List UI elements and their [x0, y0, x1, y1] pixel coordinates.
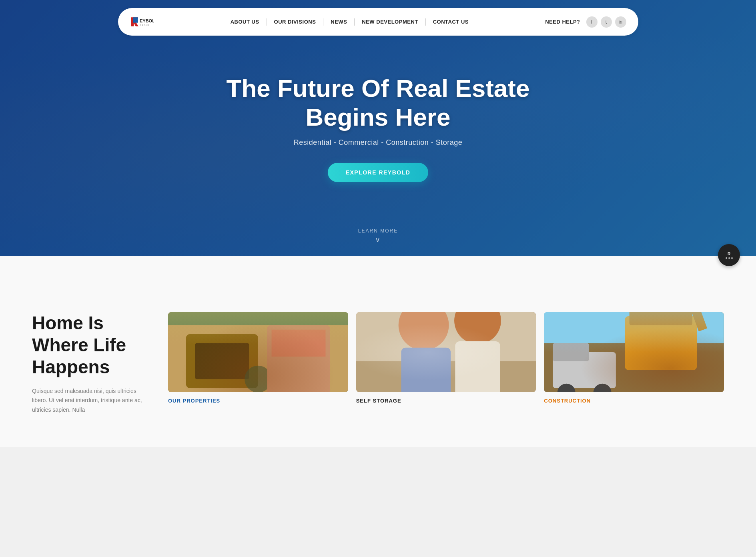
svg-rect-10 — [267, 325, 330, 392]
content-section: Home Is Where Life Happens Quisque sed m… — [0, 288, 756, 447]
dot-1 — [726, 257, 727, 259]
nav-item-news[interactable]: NEWS — [323, 19, 354, 25]
svg-text:GROUP: GROUP — [140, 24, 150, 26]
card-image-properties — [168, 312, 348, 392]
card-construction: CONSTRUCTION — [544, 312, 724, 404]
heading-line3: Happens — [32, 357, 110, 377]
hero-wrapper: EYBOLD GROUP ABOUT US OUR DIVISIONS NEWS — [0, 0, 756, 256]
construction-image-bg — [544, 312, 724, 392]
nav-item-divisions[interactable]: OUR DIVISIONS — [267, 19, 323, 25]
svg-rect-24 — [553, 352, 616, 388]
nav-link-divisions[interactable]: OUR DIVISIONS — [267, 19, 323, 25]
svg-rect-5 — [168, 312, 348, 392]
need-help-label: NEED HELP? — [545, 19, 580, 25]
nav-right: NEED HELP? f t in — [545, 16, 626, 28]
hero-title: The Future Of Real Estate Begins Here — [227, 74, 530, 131]
instagram-icon[interactable]: in — [615, 16, 626, 28]
hero-subtitle: Residential - Commercial - Construction … — [227, 138, 530, 147]
floating-logo-icon: R — [728, 252, 730, 256]
social-icons: f t in — [586, 16, 626, 28]
content-left: Home Is Where Life Happens Quisque sed m… — [32, 312, 144, 415]
svg-text:EYBOLD: EYBOLD — [140, 18, 154, 23]
svg-rect-21 — [630, 312, 692, 325]
card-image-storage — [356, 312, 536, 392]
dot-3 — [731, 257, 733, 259]
card-properties: OUR PROPERTIES — [168, 312, 348, 404]
twitter-icon[interactable]: t — [601, 16, 612, 28]
card-label-storage[interactable]: SELF STORAGE — [356, 398, 536, 404]
svg-point-27 — [594, 384, 612, 392]
learn-more[interactable]: LEARN MORE — [358, 228, 398, 244]
section-gap — [0, 256, 756, 288]
svg-rect-20 — [625, 316, 697, 370]
hero-title-line2: Begins Here — [306, 103, 451, 131]
hero-section: The Future Of Real Estate Begins Here Re… — [0, 0, 756, 256]
card-storage: SELF STORAGE — [356, 312, 536, 404]
svg-marker-1 — [133, 17, 138, 20]
svg-rect-19 — [544, 343, 724, 392]
heading-line1: Home Is — [32, 313, 104, 333]
hero-content: The Future Of Real Estate Begins Here Re… — [219, 74, 538, 182]
content-cards: OUR PROPERTIES — [168, 312, 724, 404]
svg-rect-8 — [195, 343, 249, 379]
nav-link-contact[interactable]: CONTACT US — [426, 19, 476, 25]
nav-item-about[interactable]: ABOUT US — [223, 19, 267, 25]
logo[interactable]: EYBOLD GROUP — [130, 13, 154, 31]
hero-title-line1: The Future Of Real Estate — [227, 74, 530, 102]
nav-link-news[interactable]: NEWS — [323, 19, 354, 25]
svg-point-26 — [557, 384, 576, 392]
main-nav: ABOUT US OUR DIVISIONS NEWS NEW DEVELOPM… — [223, 18, 476, 26]
svg-rect-6 — [168, 312, 348, 325]
card-label-properties[interactable]: OUR PROPERTIES — [168, 398, 348, 404]
nav-item-newdev[interactable]: NEW DEVELOPMENT — [355, 19, 425, 25]
explore-button[interactable]: EXPLORE REYBOLD — [328, 163, 429, 182]
svg-rect-15 — [401, 348, 451, 392]
card-label-construction[interactable]: CONSTRUCTION — [544, 398, 724, 404]
floating-dots — [726, 257, 733, 259]
floating-menu-button[interactable]: R — [718, 244, 740, 266]
nav-link-newdev[interactable]: NEW DEVELOPMENT — [355, 19, 425, 25]
heading-line2: Where Life — [32, 335, 126, 355]
content-heading: Home Is Where Life Happens — [32, 312, 144, 379]
svg-rect-17 — [455, 341, 500, 392]
storage-image-bg — [356, 312, 536, 392]
svg-rect-7 — [186, 334, 258, 388]
content-body: Quisque sed malesuada nisi, quis ultrici… — [32, 387, 144, 415]
properties-image-bg — [168, 312, 348, 392]
card-image-construction — [544, 312, 724, 392]
facebook-icon[interactable]: f — [586, 16, 598, 28]
svg-point-14 — [398, 312, 449, 351]
svg-point-16 — [454, 312, 501, 344]
nav-link-about[interactable]: ABOUT US — [223, 19, 267, 25]
svg-rect-12 — [356, 312, 536, 392]
svg-rect-22 — [684, 312, 708, 331]
dot-2 — [728, 257, 730, 259]
svg-rect-25 — [553, 343, 589, 361]
svg-rect-11 — [272, 330, 326, 357]
navbar: EYBOLD GROUP ABOUT US OUR DIVISIONS NEWS — [118, 8, 638, 36]
svg-marker-2 — [133, 20, 138, 23]
svg-rect-18 — [544, 312, 724, 361]
svg-rect-13 — [356, 361, 536, 392]
nav-item-contact[interactable]: CONTACT US — [426, 19, 476, 25]
svg-point-9 — [245, 366, 271, 392]
